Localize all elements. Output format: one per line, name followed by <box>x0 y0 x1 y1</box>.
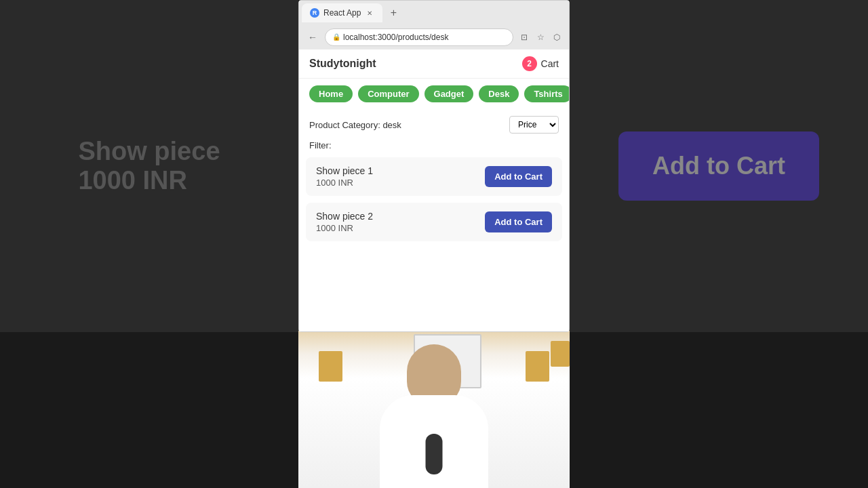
back-button[interactable]: ← <box>304 29 321 45</box>
category-title: Product Category: desk <box>309 120 401 130</box>
product-info-1: Show piece 1 1000 INR <box>316 165 373 188</box>
tab-favicon: R <box>310 8 319 18</box>
url-bar[interactable]: 🔒 localhost:3000/products/desk <box>325 28 513 46</box>
address-bar: ← 🔒 localhost:3000/products/desk ⊡ ☆ ⬡ <box>299 25 569 49</box>
address-actions: ⊡ ☆ ⬡ <box>517 30 564 44</box>
nav-gadget[interactable]: Gadget <box>425 85 474 102</box>
category-header: Product Category: desk Price Name Rating <box>299 109 569 140</box>
product-price-2: 1000 INR <box>316 223 373 233</box>
product-card-1: Show piece 1 1000 INR Add to Cart <box>306 157 562 196</box>
microphone <box>426 434 443 474</box>
add-to-cart-button-1[interactable]: Add to Cart <box>485 166 552 187</box>
webcam-person <box>298 331 570 488</box>
frame-picture-far-right <box>551 341 570 367</box>
brand-name: Studytonight <box>309 58 376 70</box>
nav-links: Home Computer Gadget Desk Tshirts <box>299 79 569 109</box>
cart-label: Cart <box>541 58 559 69</box>
product-name-2: Show piece 2 <box>316 211 373 222</box>
url-text: localhost:3000/products/desk <box>343 33 448 42</box>
app-content: Studytonight 2 Cart Home Computer Gadget… <box>299 49 569 331</box>
frame-picture-right <box>526 351 549 382</box>
nav-computer[interactable]: Computer <box>358 85 418 102</box>
browser-window: R React App ✕ + ← 🔒 localhost:3000/produ… <box>298 0 570 332</box>
cart-area[interactable]: 2 Cart <box>522 56 559 71</box>
add-to-cart-button-2[interactable]: Add to Cart <box>485 211 552 232</box>
sort-select[interactable]: Price Name Rating <box>509 116 559 134</box>
tab-bar: R React App ✕ + <box>299 1 569 25</box>
bookmark-icon[interactable]: ☆ <box>534 30 547 44</box>
background-left: Show piece 1000 INR <box>0 0 298 332</box>
bg-left-text: Show piece 1000 INR <box>78 137 220 195</box>
product-info-2: Show piece 2 1000 INR <box>316 211 373 233</box>
frame-picture-left <box>319 351 342 382</box>
lock-icon: 🔒 <box>332 33 340 41</box>
nav-desk[interactable]: Desk <box>479 85 519 102</box>
app-navbar: Studytonight 2 Cart <box>299 49 569 79</box>
product-price-1: 1000 INR <box>316 178 373 188</box>
product-list: Show piece 1 1000 INR Add to Cart Show p… <box>299 157 569 241</box>
new-tab-button[interactable]: + <box>385 5 401 21</box>
tab-title: React App <box>323 8 361 18</box>
nav-home[interactable]: Home <box>309 85 353 102</box>
nav-tshirts[interactable]: Tshirts <box>524 85 569 102</box>
cart-badge: 2 <box>522 56 537 71</box>
product-card-2: Show piece 2 1000 INR Add to Cart <box>306 203 562 241</box>
product-name-1: Show piece 1 <box>316 165 373 176</box>
filter-label: Filter: <box>299 140 569 157</box>
background-right: Add to Cart <box>570 0 868 332</box>
webcam-area <box>298 331 570 488</box>
tab-close-button[interactable]: ✕ <box>365 8 374 18</box>
cast-icon[interactable]: ⊡ <box>517 30 531 44</box>
active-tab[interactable]: R React App ✕ <box>302 3 382 22</box>
extension-icon[interactable]: ⬡ <box>550 30 564 44</box>
bg-add-to-cart: Add to Cart <box>618 131 819 201</box>
